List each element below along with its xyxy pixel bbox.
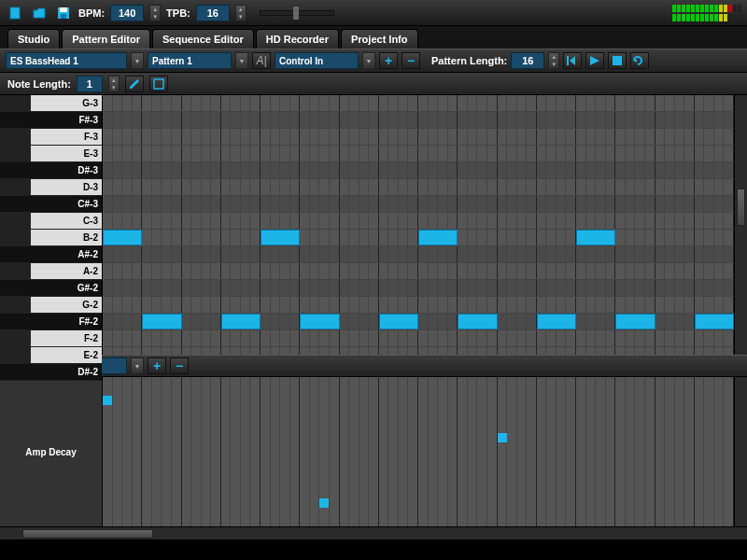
remove-button[interactable]: − bbox=[402, 52, 420, 69]
piano-key[interactable]: F#-2 bbox=[0, 314, 102, 330]
bpm-spinner[interactable]: ▲▼ bbox=[149, 5, 161, 21]
piano-key[interactable]: D#-2 bbox=[0, 364, 102, 381]
volume-slider[interactable] bbox=[260, 10, 334, 16]
piano-key[interactable]: G-3 bbox=[0, 95, 102, 112]
note-block[interactable] bbox=[142, 314, 181, 329]
note-block[interactable] bbox=[221, 314, 261, 329]
automation-param-arrow[interactable]: ▼ bbox=[131, 357, 144, 374]
note-block[interactable] bbox=[261, 230, 300, 245]
automation-bar: Amp Decay ▼ + − bbox=[0, 355, 747, 377]
automation-label: Amp Decay bbox=[0, 377, 103, 526]
bpm-label: BPM: bbox=[78, 7, 105, 19]
vertical-scrollbar[interactable] bbox=[734, 95, 747, 355]
note-grid[interactable] bbox=[103, 95, 734, 355]
rewind-icon[interactable] bbox=[563, 52, 582, 69]
automation-lane: Amp Decay bbox=[0, 377, 747, 526]
tab-bar: StudioPattern EditorSequence EditorHD Re… bbox=[0, 26, 747, 49]
tpb-spinner[interactable]: ▲▼ bbox=[235, 5, 247, 21]
main-toolbar: BPM: ▲▼ TPB: ▲▼ bbox=[0, 0, 747, 26]
tab-studio[interactable]: Studio bbox=[7, 29, 60, 49]
svg-marker-5 bbox=[570, 56, 575, 65]
note-block[interactable] bbox=[615, 314, 655, 329]
open-file-icon[interactable] bbox=[30, 4, 49, 22]
svg-rect-2 bbox=[60, 7, 67, 12]
svg-marker-6 bbox=[590, 56, 599, 65]
save-file-icon[interactable] bbox=[54, 4, 73, 22]
note-block[interactable] bbox=[379, 314, 418, 329]
piano-key[interactable]: E-2 bbox=[0, 347, 102, 364]
svg-rect-9 bbox=[154, 79, 163, 89]
piano-key[interactable]: E-3 bbox=[0, 146, 102, 162]
instrument-dropdown-arrow[interactable]: ▼ bbox=[131, 52, 144, 69]
piano-keys: G-3F#-3F-3E-3D#-3D-3C#-3C-3B-2A#-2A-2G#-… bbox=[0, 95, 103, 355]
note-block[interactable] bbox=[695, 314, 734, 329]
svg-rect-0 bbox=[10, 7, 20, 19]
svg-rect-3 bbox=[61, 14, 66, 19]
tab-sequence-editor[interactable]: Sequence Editor bbox=[152, 29, 254, 49]
new-file-icon[interactable] bbox=[6, 4, 24, 22]
add-button[interactable]: + bbox=[379, 52, 398, 69]
automation-point[interactable] bbox=[498, 433, 507, 442]
level-meter bbox=[672, 5, 741, 21]
piano-key[interactable]: C#-3 bbox=[0, 196, 102, 213]
automation-remove-button[interactable]: − bbox=[170, 357, 189, 374]
piano-key[interactable]: F#-3 bbox=[0, 112, 102, 129]
note-length-input[interactable] bbox=[77, 76, 103, 92]
tpb-input[interactable] bbox=[196, 5, 230, 21]
pattern-dropdown-arrow[interactable]: ▼ bbox=[235, 52, 248, 69]
note-block[interactable] bbox=[103, 230, 142, 245]
piano-key[interactable]: D-3 bbox=[0, 179, 102, 196]
piano-key[interactable]: G#-2 bbox=[0, 280, 102, 297]
pattern-panel-bar: ES BassHead 1 ▼ Pattern 1 ▼ A| Control I… bbox=[0, 49, 747, 73]
piano-key[interactable]: G-2 bbox=[0, 297, 102, 314]
note-block[interactable] bbox=[537, 314, 576, 329]
tab-hd-recorder[interactable]: HD Recorder bbox=[256, 29, 339, 49]
control-dropdown-arrow[interactable]: ▼ bbox=[362, 52, 375, 69]
bpm-input[interactable] bbox=[110, 5, 144, 21]
pattern-length-label: Pattern Length: bbox=[431, 55, 507, 66]
piano-key[interactable]: B-2 bbox=[0, 230, 102, 246]
piano-key[interactable]: D#-3 bbox=[0, 162, 102, 179]
piano-key[interactable]: A#-2 bbox=[0, 246, 102, 263]
piano-key[interactable]: C-3 bbox=[0, 213, 102, 230]
automation-point[interactable] bbox=[103, 396, 112, 405]
horizontal-scrollbar[interactable] bbox=[0, 526, 747, 539]
pattern-length-input[interactable] bbox=[511, 52, 544, 69]
note-block[interactable] bbox=[300, 314, 339, 329]
pattern-dropdown[interactable]: Pattern 1 bbox=[148, 52, 232, 69]
automation-add-button[interactable]: + bbox=[148, 357, 166, 374]
control-dropdown[interactable]: Control In bbox=[275, 52, 359, 69]
piano-key[interactable]: A-2 bbox=[0, 263, 102, 280]
piano-roll: G-3F#-3F-3E-3D#-3D-3C#-3C-3B-2A#-2A-2G#-… bbox=[0, 95, 747, 355]
note-block[interactable] bbox=[458, 314, 497, 329]
pattern-length-spinner[interactable]: ▲▼ bbox=[548, 52, 559, 69]
instrument-dropdown[interactable]: ES BassHead 1 bbox=[6, 52, 127, 69]
tab-project-info[interactable]: Project Info bbox=[341, 29, 418, 49]
stop-icon[interactable] bbox=[608, 52, 627, 69]
loop-icon[interactable] bbox=[630, 52, 649, 69]
automation-grid[interactable] bbox=[103, 377, 734, 526]
tab-pattern-editor[interactable]: Pattern Editor bbox=[62, 29, 150, 49]
note-length-bar: Note Length: ▲▼ bbox=[0, 73, 747, 95]
pencil-tool-icon[interactable] bbox=[125, 76, 144, 92]
svg-rect-4 bbox=[567, 56, 569, 65]
note-length-spinner[interactable]: ▲▼ bbox=[108, 76, 120, 92]
note-block[interactable] bbox=[418, 230, 458, 245]
rename-icon[interactable]: A| bbox=[252, 52, 271, 69]
tpb-label: TPB: bbox=[166, 7, 190, 19]
note-block[interactable] bbox=[576, 230, 615, 245]
svg-rect-7 bbox=[613, 56, 622, 65]
piano-key[interactable]: F-3 bbox=[0, 129, 102, 146]
note-length-label: Note Length: bbox=[7, 78, 71, 90]
select-tool-icon[interactable] bbox=[149, 76, 168, 92]
automation-vertical-scrollbar[interactable] bbox=[734, 377, 747, 526]
play-icon[interactable] bbox=[585, 52, 604, 69]
piano-key[interactable]: F-2 bbox=[0, 330, 102, 347]
automation-point[interactable] bbox=[319, 498, 329, 508]
